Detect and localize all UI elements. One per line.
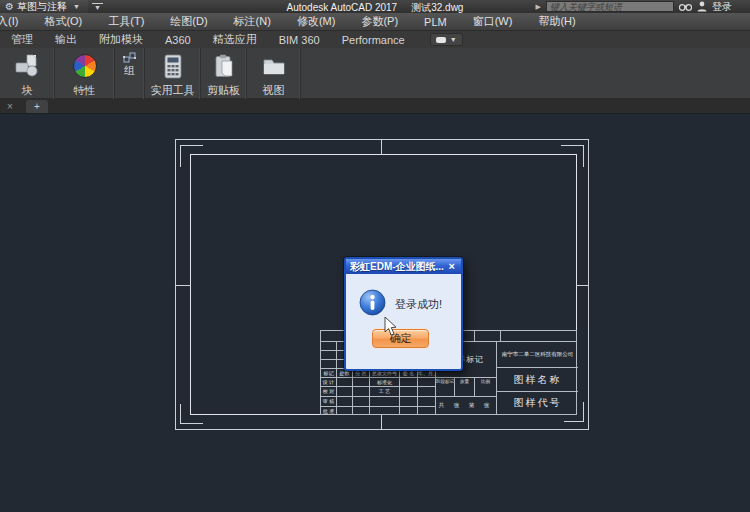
panel-label: 特性 bbox=[74, 84, 96, 96]
frame-tick-bottom bbox=[381, 414, 382, 430]
panel-label: 剪贴板 bbox=[207, 84, 240, 96]
info-icon bbox=[359, 289, 386, 320]
row-label: 工 艺 bbox=[370, 387, 400, 397]
row-label: 审 核 bbox=[321, 397, 337, 407]
menu-bar: 插入(I) 格式(O) 工具(T) 绘图(D) 标注(N) 修改(M) 参数(P… bbox=[0, 13, 750, 31]
tab-a360[interactable]: A360 bbox=[154, 34, 202, 46]
workspace-label: 草图与注释 bbox=[17, 0, 67, 14]
menu-tools[interactable]: 工具(T) bbox=[95, 14, 157, 29]
corner-mark-tl bbox=[180, 145, 203, 167]
login-success-dialog: 彩虹EDM-企业图纸... × 登 bbox=[344, 257, 463, 371]
title-block-right: 南宁市二单二区科技有限公司 图样名称 图样代号 bbox=[496, 342, 578, 415]
user-icon bbox=[697, 1, 707, 12]
panel-views-button[interactable]: 视图 bbox=[247, 48, 301, 99]
panel-label: 实用工具 bbox=[151, 84, 195, 96]
frame-tick-top bbox=[381, 139, 382, 155]
ribbon-panels: 块 特性 组 实用工具 剪贴板 bbox=[0, 48, 750, 99]
frame-tick-right bbox=[576, 285, 589, 286]
ribbon-state-icon bbox=[436, 37, 446, 43]
search-arrow-icon[interactable]: ▶ bbox=[536, 3, 541, 11]
row-label: 批 准 bbox=[321, 407, 337, 415]
title-bar: ⚙ 草图与注释 ▼ ▼ Autodesk AutoCAD 2017测试32.dw… bbox=[0, 0, 750, 13]
mass-label: 质量 bbox=[455, 378, 475, 396]
panel-label: 块 bbox=[22, 84, 33, 96]
tab-manage[interactable]: 管理 bbox=[0, 32, 44, 47]
drawing-name-cell: 图样名称 bbox=[497, 368, 578, 392]
sheet-count-cell: 共 张 第 张 bbox=[436, 397, 496, 414]
menu-parametric[interactable]: 参数(P) bbox=[348, 14, 411, 29]
drawing-code-cell: 图样代号 bbox=[497, 392, 578, 413]
panel-label: 视图 bbox=[263, 84, 285, 96]
dialog-title: 彩虹EDM-企业图纸... bbox=[350, 260, 447, 274]
panel-label: 组 bbox=[124, 64, 135, 76]
menu-format[interactable]: 格式(O) bbox=[31, 14, 95, 29]
block-icon bbox=[0, 48, 54, 84]
mouse-cursor bbox=[384, 316, 398, 341]
color-wheel-icon bbox=[55, 48, 114, 84]
menu-draw[interactable]: 绘图(D) bbox=[157, 14, 220, 29]
file-tab-bar: × + bbox=[0, 99, 750, 114]
sign-in-button[interactable]: 登录 bbox=[712, 0, 732, 14]
scale-label: 比例 bbox=[475, 378, 496, 396]
company-name-cell: 南宁市二单二区科技有限公司 bbox=[497, 342, 578, 368]
tab-performance[interactable]: Performance bbox=[331, 34, 416, 46]
binoculars-icon[interactable] bbox=[679, 2, 692, 11]
app-title-text: Autodesk AutoCAD 2017 bbox=[287, 2, 398, 13]
dialog-title-bar[interactable]: 彩虹EDM-企业图纸... × bbox=[346, 259, 461, 274]
stage-mark-row: 阶段标记 质量 比例 bbox=[436, 378, 496, 397]
corner-mark-tr bbox=[561, 145, 584, 167]
frame-tick-left bbox=[175, 285, 191, 286]
row-label: 校 对 bbox=[321, 387, 337, 397]
calculator-icon bbox=[145, 48, 200, 84]
panel-block-button[interactable]: 块 bbox=[0, 48, 55, 99]
autocad-window: ⚙ 草图与注释 ▼ ▼ Autodesk AutoCAD 2017测试32.dw… bbox=[0, 0, 750, 512]
panel-groups-button[interactable]: 组 bbox=[115, 48, 145, 99]
ribbon-display-toggle[interactable]: ▼ bbox=[430, 33, 463, 46]
chevron-down-icon: ▼ bbox=[450, 36, 457, 43]
menu-dimension[interactable]: 标注(N) bbox=[221, 14, 284, 29]
view-folder-icon bbox=[247, 48, 300, 84]
menu-plm[interactable]: PLM bbox=[411, 16, 460, 28]
qat-overflow-button[interactable]: ▼ bbox=[92, 3, 103, 11]
menu-window[interactable]: 窗口(W) bbox=[460, 14, 526, 29]
workspace-switcher[interactable]: ⚙ 草图与注释 ▼ bbox=[0, 0, 88, 13]
col-header: 标记 bbox=[321, 369, 337, 378]
clipboard-icon bbox=[201, 48, 246, 84]
row-label: 设 计 bbox=[321, 378, 337, 387]
tab-featured-apps[interactable]: 精选应用 bbox=[202, 32, 268, 47]
chevron-down-icon: ▼ bbox=[70, 3, 83, 10]
panel-clipboard-button[interactable]: 剪贴板 bbox=[201, 48, 247, 99]
tab-output[interactable]: 输出 bbox=[44, 32, 88, 47]
ribbon-tab-bar: 管理 输出 附加模块 A360 精选应用 BIM 360 Performance… bbox=[0, 31, 750, 48]
group-icon bbox=[115, 51, 144, 64]
stage-mark-label: 阶段标记 bbox=[436, 378, 455, 396]
infocenter: ▶ 登录 bbox=[536, 0, 732, 13]
close-icon[interactable]: × bbox=[447, 260, 457, 273]
dialog-message: 登录成功! bbox=[395, 297, 442, 312]
new-drawing-tab-button[interactable]: + bbox=[26, 100, 48, 113]
tab-addins[interactable]: 附加模块 bbox=[88, 32, 154, 47]
menu-help[interactable]: 帮助(H) bbox=[525, 14, 588, 29]
file-tab-close-button[interactable]: × bbox=[0, 100, 20, 113]
doc-title-text: 测试32.dwg bbox=[411, 2, 463, 13]
row-label: 标准化 bbox=[370, 378, 400, 387]
menu-modify[interactable]: 修改(M) bbox=[284, 14, 349, 29]
dialog-body: 登录成功! 确定 bbox=[346, 274, 461, 369]
ok-button[interactable]: 确定 bbox=[372, 329, 429, 348]
gear-icon: ⚙ bbox=[5, 2, 14, 12]
panel-utilities-button[interactable]: 实用工具 bbox=[145, 48, 201, 99]
corner-mark-bl bbox=[180, 404, 203, 424]
search-input[interactable] bbox=[546, 1, 674, 12]
tab-bim360[interactable]: BIM 360 bbox=[268, 34, 331, 46]
panel-properties-button[interactable]: 特性 bbox=[55, 48, 115, 99]
menu-insert[interactable]: 插入(I) bbox=[0, 14, 31, 29]
